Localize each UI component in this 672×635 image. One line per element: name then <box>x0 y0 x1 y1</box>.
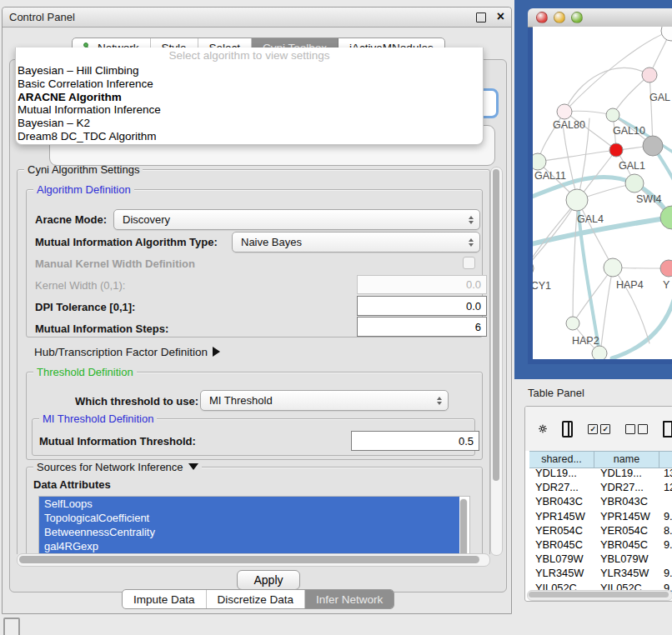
hub-tf-expander[interactable]: Hub/Transcription Factor Definition <box>34 346 220 358</box>
network-node-gal4[interactable] <box>566 189 588 211</box>
node-label: GAL10 <box>613 125 645 137</box>
algorithm-option[interactable]: Mutual Information Inference <box>16 103 483 117</box>
table-cell: YBL079W <box>600 552 649 565</box>
split-columns-icon[interactable] <box>562 421 573 438</box>
network-node[interactable] <box>592 346 607 359</box>
table-cell: YER054C <box>535 524 583 537</box>
table-row[interactable]: YBL079WYBL079W <box>529 552 672 567</box>
hub-tf-label: Hub/Transcription Factor Definition <box>34 346 208 358</box>
manual-kernel-checkbox[interactable] <box>463 257 475 269</box>
minimize-window-button[interactable] <box>554 12 565 23</box>
table-row[interactable]: YDR27...YDR27...12 <box>529 481 672 495</box>
tab-label: Impute Data <box>133 593 195 606</box>
network-edge <box>564 68 649 112</box>
dpi-tolerance-field[interactable]: 0.0 <box>357 296 487 316</box>
table-cell: YDL19... <box>600 467 642 479</box>
network-node-gal11[interactable] <box>533 153 546 170</box>
network-node-gal80[interactable] <box>557 104 572 119</box>
cyni-bottom-tabs: Impute DataDiscretize DataInfer Network <box>122 589 394 609</box>
table-row[interactable]: YPR145WYPR145W9. <box>529 510 672 524</box>
tab-infer-network[interactable]: Infer Network <box>305 590 394 608</box>
algorithm-dropdown-placeholder: Select algorithm to view settings <box>16 48 483 64</box>
column-header[interactable] <box>659 452 672 468</box>
network-edge <box>613 75 649 115</box>
network-node-swi4[interactable] <box>625 174 644 192</box>
combo-arrows-icon <box>437 397 442 405</box>
table-hscroll-thumb[interactable] <box>529 592 669 598</box>
network-node-gal[interactable] <box>642 68 657 82</box>
deselect-all-checks-icon[interactable] <box>625 424 648 434</box>
network-node-hap2[interactable] <box>566 317 579 330</box>
table-row[interactable]: YBR045CYBR045C9. <box>529 538 672 552</box>
network-canvas[interactable]: GALGAL80GAL10GAL1GAL11SWI4GAL4GCY1HAP4YH… <box>533 27 672 359</box>
dpi-tolerance-label: DPI Tolerance [0,1]: <box>35 301 135 313</box>
attribute-list-item[interactable]: SelfLoops <box>39 497 459 511</box>
table-row[interactable]: YLR345WYLR345W9. <box>529 567 672 581</box>
node-label: GCY1 <box>533 280 551 292</box>
attributes-scrollbar[interactable] <box>459 498 468 554</box>
kernel-width-field[interactable]: 0.0 <box>357 275 487 294</box>
apply-button[interactable]: Apply <box>237 570 300 590</box>
node-label: GAL80 <box>553 119 585 131</box>
table-row[interactable]: YBR043CYBR043C <box>529 495 672 509</box>
minimized-panel-icon[interactable] <box>3 618 20 635</box>
data-attributes-list[interactable]: SelfLoopsTopologicalCoefficientBetweenne… <box>38 496 470 554</box>
network-node-gcy1[interactable] <box>533 260 534 277</box>
sources-group-title[interactable]: Sources for Network Inference <box>33 461 202 473</box>
table-horizontal-scrollbar[interactable] <box>527 590 672 601</box>
threshold-definition-title: Threshold Definition <box>33 366 137 378</box>
control-panel-titlebar[interactable]: Control Panel × <box>3 8 511 28</box>
attribute-list-item[interactable]: TopologicalCoefficient <box>39 511 459 525</box>
network-node-gal10[interactable] <box>606 108 619 122</box>
algorithm-dropdown-popup: Select algorithm to view settings Bayesi… <box>15 48 484 145</box>
table-cell: 12 <box>664 481 672 493</box>
zoom-window-button[interactable] <box>571 12 583 23</box>
table-row[interactable]: YER054CYER054C8. <box>529 524 672 538</box>
table-cell: YER054C <box>600 524 648 537</box>
mi-threshold-group: MI Threshold Definition Mutual Informati… <box>32 418 475 456</box>
close-window-button[interactable] <box>536 12 548 23</box>
algorithm-option[interactable]: Bayesian – K2 <box>16 117 483 130</box>
network-node-gal1[interactable] <box>609 143 623 157</box>
gear-icon[interactable] <box>539 422 547 436</box>
table-cell: YBR043C <box>600 495 648 508</box>
settings-hscroll-thumb[interactable] <box>19 556 479 563</box>
tab-discretize-data[interactable]: Discretize Data <box>207 590 306 608</box>
export-table-icon[interactable] <box>663 421 672 438</box>
float-window-icon[interactable] <box>476 12 486 22</box>
attribute-list-item[interactable]: gal4RGexp <box>39 539 459 553</box>
table-cell: YPR145W <box>600 510 650 522</box>
network-edge <box>538 150 616 162</box>
aracne-mode-select[interactable]: Discovery <box>113 209 480 230</box>
close-icon[interactable]: × <box>497 8 504 25</box>
table-cell: 8. <box>664 524 672 537</box>
table-cell: YLR345W <box>600 567 649 579</box>
table-panel-title: Table Panel <box>528 387 584 399</box>
network-node[interactable] <box>661 27 672 41</box>
settings-horizontal-scrollbar[interactable] <box>17 553 490 567</box>
settings-vscroll-thumb[interactable] <box>493 169 499 481</box>
column-header[interactable]: shared... <box>529 452 594 468</box>
mi-type-select[interactable]: Naive Bayes <box>232 232 480 252</box>
algorithm-option[interactable]: ARACNE Algorithm <box>16 91 483 104</box>
table-row[interactable]: YDL19...YDL19...13 <box>529 467 672 481</box>
column-header[interactable]: name <box>594 452 659 468</box>
collapse-arrow-icon <box>188 463 198 470</box>
tab-impute-data[interactable]: Impute Data <box>123 590 207 608</box>
network-window-titlebar[interactable] <box>528 8 672 28</box>
network-node-y[interactable] <box>660 260 672 277</box>
attribute-list-item[interactable]: BetweennessCentrality <box>39 525 459 539</box>
select-all-checks-icon[interactable]: ✓✓ <box>588 424 610 434</box>
mi-threshold-label: Mutual Information Threshold: <box>39 435 196 448</box>
mi-steps-field[interactable]: 6 <box>357 317 487 337</box>
mi-threshold-field[interactable]: 0.5 <box>351 431 479 451</box>
network-node[interactable] <box>643 136 663 156</box>
algorithm-option[interactable]: Bayesian – Hill Climbing <box>16 64 483 78</box>
algorithm-option[interactable]: Dream8 DC_TDC Algorithm <box>16 130 483 143</box>
network-node-hap4[interactable] <box>604 258 622 277</box>
network-view-window[interactable]: GALGAL80GAL10GAL1GAL11SWI4GAL4GCY1HAP4YH… <box>528 8 672 364</box>
settings-vertical-scrollbar[interactable] <box>490 167 503 556</box>
node-label: SWI4 <box>636 193 662 205</box>
algorithm-option[interactable]: Basic Correlation Inference <box>16 78 483 91</box>
which-threshold-select[interactable]: MI Threshold <box>200 390 449 411</box>
